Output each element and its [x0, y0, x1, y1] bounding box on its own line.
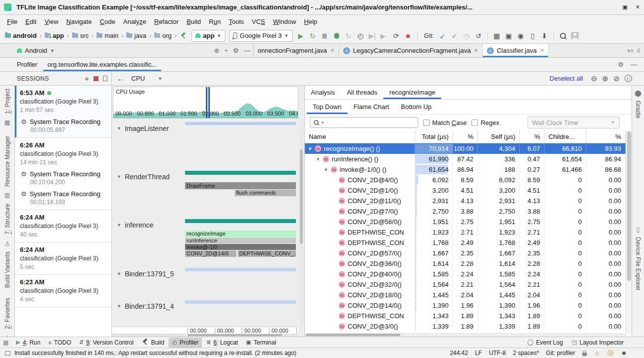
thread-label[interactable]: ▼RenderThread: [117, 173, 170, 181]
tool-button-project[interactable]: 1: Project: [4, 89, 11, 114]
menu-vcs[interactable]: VCS: [248, 16, 269, 27]
breadcrumb-main[interactable]: main: [95, 31, 119, 40]
menu-run[interactable]: Run: [205, 16, 225, 27]
inspections-icon[interactable]: ☻: [621, 350, 627, 357]
back-arrow-icon[interactable]: ←: [117, 74, 124, 83]
column-header[interactable]: Total (µs): [415, 130, 453, 143]
tool-button-device-file-explorer[interactable]: Device File Explorer: [635, 237, 642, 290]
deselect-all-link[interactable]: Deselect all: [550, 75, 583, 82]
column-header[interactable]: %: [586, 130, 626, 143]
table-row[interactable]: mCONV_2D@18/0()1,4452.041,4452.0400.00: [305, 290, 626, 300]
editor-tab[interactable]: cLegacyCameraConnectionFragment.java✕: [339, 44, 483, 57]
tool-button-build[interactable]: Build: [138, 338, 168, 348]
session-card[interactable]: 6:24 AMclassification (Google Pixel 3)40…: [15, 210, 111, 242]
zoom-in-icon[interactable]: ⊕: [602, 74, 609, 83]
menu-analyze[interactable]: Analyze: [119, 16, 150, 27]
subtab-top-down[interactable]: Top Down: [307, 100, 348, 114]
regex-checkbox[interactable]: Regex: [471, 119, 499, 126]
debug-button[interactable]: [331, 30, 342, 41]
git-branch[interactable]: Git: profiler: [546, 350, 575, 357]
project-view-selector[interactable]: Android: [25, 47, 47, 54]
column-header[interactable]: %: [520, 130, 545, 143]
menu-navigate[interactable]: Navigate: [62, 16, 95, 27]
collapse-sessions-button[interactable]: [103, 76, 107, 81]
tool-button-build-variants[interactable]: Build Variants: [4, 251, 11, 288]
selection-marker[interactable]: [208, 87, 210, 118]
vertical-scrollbar[interactable]: [626, 130, 632, 333]
column-header[interactable]: Childre...: [545, 130, 586, 143]
run-button[interactable]: ▶: [295, 30, 306, 41]
search-input[interactable]: [326, 119, 415, 126]
expand-arrow-icon[interactable]: ▼: [316, 157, 323, 162]
session-card[interactable]: 6:24 AMclassification (Google Pixel 3)5 …: [15, 242, 111, 275]
profiler-shortcut-button[interactable]: ◉: [515, 30, 526, 41]
trace-event-bar[interactable]: DEPTHWISE_CONV_...: [238, 250, 296, 257]
tool-button-6-logcat[interactable]: ≣6: Logcat: [203, 338, 242, 348]
thread-state-bar[interactable]: [185, 268, 296, 271]
readonly-lock-icon[interactable]: [582, 353, 587, 356]
subtab-bottom-up[interactable]: Bottom Up: [395, 100, 437, 114]
apply-code-changes-button[interactable]: ↻: [343, 30, 354, 41]
status-message[interactable]: Install successfully finished in 140 ms.…: [14, 350, 296, 357]
settings-gear-icon[interactable]: ⚙: [618, 61, 624, 68]
run-config-select[interactable]: app ▼: [191, 30, 225, 42]
tool-button-4-run[interactable]: ▶4: Run: [12, 338, 44, 348]
tool-button-profiler[interactable]: ◴Profiler: [169, 338, 202, 348]
session-card[interactable]: 6:23 AMclassification (Google Pixel 3)4 …: [15, 275, 111, 307]
trace-event-bar[interactable]: CONV_2D@14/0: [185, 250, 236, 257]
trace-event-bar[interactable]: runInference: [185, 238, 296, 243]
reset-zoom-icon[interactable]: ⊘: [613, 74, 620, 83]
file-encoding[interactable]: UTF-8: [489, 350, 506, 357]
breadcrumb-org[interactable]: org: [153, 31, 173, 40]
zoom-out-icon[interactable]: ⊖: [591, 74, 597, 83]
breadcrumb-android[interactable]: android: [4, 31, 38, 40]
menu-view[interactable]: View: [40, 16, 62, 27]
menu-refactor[interactable]: Refactor: [150, 16, 183, 27]
vertical-scrollbar[interactable]: [299, 119, 303, 327]
line-ending[interactable]: LF: [475, 350, 482, 357]
caret-position[interactable]: 244:42: [450, 350, 468, 357]
thread-label[interactable]: ▼inference: [117, 221, 154, 229]
table-row[interactable]: mCONV_2D@1/0()3,2004.513,2004.5100.00: [305, 185, 626, 196]
thread-state-bar[interactable]: [185, 122, 296, 125]
tool-button-layout-inspector[interactable]: ◳Layout Inspector: [568, 338, 627, 347]
stage-select[interactable]: CPU ▼: [131, 75, 162, 82]
subtab-flame-chart[interactable]: Flame Chart: [348, 100, 395, 114]
recording-item[interactable]: ⚙System Trace Recording00:01:16.193: [20, 190, 107, 206]
sdk-manager-button[interactable]: ⬇: [539, 30, 550, 41]
hide-panel-icon[interactable]: —: [631, 61, 637, 68]
close-icon[interactable]: ✕: [636, 4, 640, 10]
hidden-tabs-dropdown[interactable]: ▾≡ 4: [623, 44, 644, 57]
table-row[interactable]: mCONV_2D@4/0()6,0928.596,0928.5900.00: [305, 175, 626, 185]
stop-and-restart-button[interactable]: ⟳: [391, 30, 402, 41]
tool-button-9-version-control[interactable]: ⇵9: Version Control: [76, 338, 137, 348]
tool-button-todo[interactable]: ≡TODO: [45, 338, 75, 348]
menu-window[interactable]: Window: [269, 16, 300, 27]
session-card[interactable]: 6:26 AMclassification (Google Pixel 3)14…: [15, 138, 111, 210]
collapse-all-icon[interactable]: ÷: [224, 47, 228, 54]
settings-gear-icon[interactable]: ⚙: [233, 47, 239, 54]
horizontal-scrollbar[interactable]: [112, 334, 298, 337]
table-row[interactable]: mCONV_2D@32/0()1,5642.211,5642.2100.00: [305, 279, 626, 290]
table-row[interactable]: ▼mrunInference() ()61,99087.423360.4761,…: [305, 154, 626, 164]
tab-all-threads[interactable]: All threads: [341, 86, 383, 99]
indent-setting[interactable]: 2 spaces*: [513, 350, 539, 357]
table-row[interactable]: mCONV_2D@40/0()1,5852.241,5852.2400.00: [305, 269, 626, 279]
thread-state-bar[interactable]: [185, 219, 296, 223]
column-header[interactable]: %: [453, 130, 478, 143]
session-card[interactable]: 6:53 AMclassification (Google Pixel 3)1 …: [15, 86, 111, 138]
selection-marker[interactable]: [206, 87, 207, 118]
match-case-checkbox[interactable]: Match Case: [423, 119, 466, 126]
new-session-button[interactable]: +: [85, 74, 89, 83]
tool-button-event-log[interactable]: ◯Event Log: [524, 338, 566, 347]
clock-type-select[interactable]: Wall Clock Time ▼: [528, 117, 620, 128]
trace-event-bar[interactable]: flush commands: [235, 190, 296, 196]
attach-debugger-button[interactable]: ▶|: [367, 30, 378, 41]
expand-arrow-icon[interactable]: ▼: [308, 146, 315, 151]
tool-window-switcher-icon[interactable]: ▦: [3, 339, 8, 346]
profiler-session-tab[interactable]: org.tensorflow.lite.examples.classific..…: [43, 58, 161, 71]
thread-state-bar[interactable]: [185, 171, 296, 175]
table-row[interactable]: mCONV_2D@36/0()1,6142.281,6142.2800.00: [305, 258, 626, 269]
menu-build[interactable]: Build: [183, 16, 205, 27]
project-structure-button[interactable]: ▦: [491, 30, 502, 41]
